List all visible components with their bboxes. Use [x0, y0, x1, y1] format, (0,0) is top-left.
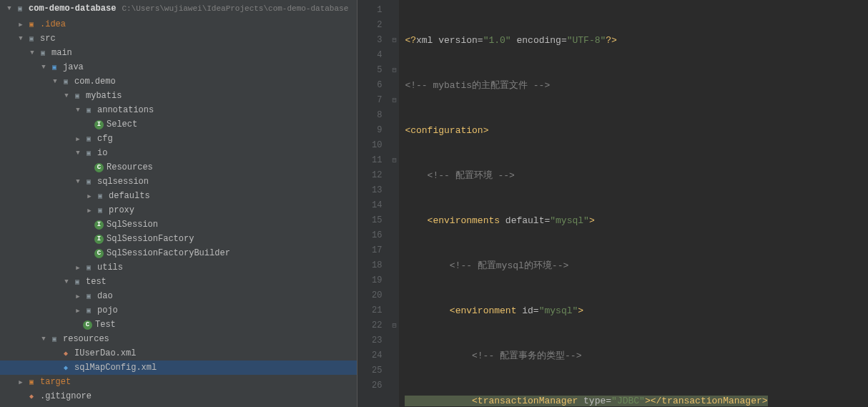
tree-item-defaults[interactable]: ▣defaults: [0, 189, 357, 203]
fold-marker: [389, 303, 399, 318]
tree-item-sqlsessionfactory[interactable]: ISqlSessionFactory: [0, 232, 357, 246]
code-area[interactable]: <?xml version="1.0" encoding="UTF-8"?> <…: [399, 0, 851, 407]
line-number: 5: [372, 63, 382, 78]
line-number: 9: [372, 123, 382, 138]
chevron-icon[interactable]: [16, 21, 26, 29]
line-number: 17: [372, 243, 382, 258]
chevron-down-icon[interactable]: [4, 5, 14, 12]
tree-item-io[interactable]: ▣io: [0, 146, 357, 160]
tree-item-label: defaults: [109, 191, 150, 201]
chevron-icon[interactable]: [50, 78, 60, 85]
tree-item-label: annotations: [97, 105, 154, 115]
fold-marker: [389, 258, 399, 273]
line-number: 4: [372, 48, 382, 63]
fold-marker[interactable]: ⊟: [389, 153, 399, 168]
tree-item-label: Select: [107, 119, 137, 129]
tree-item-label: pojo: [97, 305, 118, 315]
chevron-icon[interactable]: [73, 264, 83, 272]
chevron-icon[interactable]: [84, 207, 94, 215]
chevron-icon[interactable]: [27, 49, 37, 57]
project-path: C:\Users\wujiawei\IdeaProjects\com-demo-…: [122, 4, 348, 13]
tree-item--gitignore[interactable]: ◆.gitignore: [0, 389, 357, 403]
tree-item-sqlsession[interactable]: ▣sqlsession: [0, 175, 357, 189]
tree-item-label: SqlSessionFactory: [107, 234, 194, 244]
line-number: 8: [372, 108, 382, 123]
tree-item-label: SqlSession: [107, 220, 158, 230]
tree-item-label: proxy: [109, 205, 134, 215]
tree-item-annotations[interactable]: ▣annotations: [0, 103, 357, 117]
tree-item-utils[interactable]: ▣utils: [0, 260, 357, 275]
code-editor[interactable]: 1234567891011121314151617181920212223242…: [357, 0, 868, 407]
tree-item-dao[interactable]: ▣dao: [0, 289, 357, 303]
tree-item-resources[interactable]: CResources: [0, 160, 357, 175]
line-number: 16: [372, 228, 382, 243]
line-number: 20: [372, 288, 382, 303]
chevron-icon[interactable]: [39, 335, 49, 343]
line-number: 25: [372, 363, 382, 378]
tree-item-label: .gitignore: [40, 391, 92, 401]
tree-item-cfg[interactable]: ▣cfg: [0, 132, 357, 146]
fold-marker: [389, 213, 399, 228]
tree-item-test[interactable]: ▣test: [0, 275, 357, 289]
tree-item-main[interactable]: ▣main: [0, 46, 357, 60]
chevron-icon[interactable]: [73, 293, 83, 300]
tree-item-label: Resources: [107, 162, 153, 172]
fold-marker: [389, 273, 399, 288]
tree-item-mybatis[interactable]: ▣mybatis: [0, 89, 357, 103]
chevron-icon[interactable]: [73, 107, 83, 114]
tree-item-resources[interactable]: ▣resources: [0, 332, 357, 346]
tree-item-com-demo[interactable]: ▣com.demo: [0, 74, 357, 89]
line-gutter: 1234567891011121314151617181920212223242…: [357, 0, 389, 407]
tree-item-target[interactable]: ▣target: [0, 375, 357, 389]
fold-marker: [389, 228, 399, 243]
tree-item-sqlmapconfig-xml[interactable]: ◆sqlMapConfig.xml: [0, 361, 357, 375]
tree-item-label: SqlSessionFactoryBuilder: [107, 248, 230, 258]
project-tree-panel[interactable]: ▣ com-demo-database C:\Users\wujiawei\Id…: [0, 0, 357, 407]
tree-item-pojo[interactable]: ▣pojo: [0, 303, 357, 318]
line-number: 18: [372, 258, 382, 273]
tree-item-label: io: [97, 148, 107, 158]
line-number: 14: [372, 198, 382, 213]
tree-item-java[interactable]: ▣java: [0, 60, 357, 74]
fold-marker: [389, 198, 399, 213]
tree-item-label: .idea: [40, 19, 66, 29]
tree-item-proxy[interactable]: ▣proxy: [0, 203, 357, 217]
chevron-icon[interactable]: [73, 149, 83, 157]
tree-item-test[interactable]: CTest: [0, 318, 357, 332]
chevron-icon[interactable]: [61, 278, 71, 285]
line-number: 3: [372, 33, 382, 48]
tree-item-label: Test: [95, 320, 116, 330]
fold-marker: [389, 348, 399, 363]
tree-item-src[interactable]: ▣src: [0, 31, 357, 46]
fold-marker: [389, 138, 399, 153]
chevron-icon[interactable]: [16, 378, 26, 386]
fold-marker: [389, 378, 399, 393]
tree-item-label: sqlsession: [97, 177, 149, 187]
chevron-icon[interactable]: [39, 64, 49, 71]
line-number: 26: [372, 378, 382, 393]
fold-marker[interactable]: ⊟: [389, 318, 399, 333]
fold-marker[interactable]: ⊟: [389, 63, 399, 78]
project-root-header[interactable]: ▣ com-demo-database C:\Users\wujiawei\Id…: [0, 0, 357, 17]
chevron-icon[interactable]: [61, 92, 71, 99]
fold-marker[interactable]: ⊟: [389, 93, 399, 108]
folder-icon: ▣: [14, 3, 26, 14]
line-number: 23: [372, 333, 382, 348]
chevron-icon[interactable]: [73, 178, 83, 185]
line-number: 15: [372, 213, 382, 228]
chevron-icon[interactable]: [73, 135, 83, 143]
line-number: 7: [372, 93, 382, 108]
fold-marker: [389, 108, 399, 123]
tree-item-select[interactable]: ISelect: [0, 117, 357, 132]
chevron-icon[interactable]: [16, 35, 26, 42]
tree-item-sqlsessionfactorybuilder[interactable]: CSqlSessionFactoryBuilder: [0, 246, 357, 260]
tree-item-iuserdao-xml[interactable]: ◆IUserDao.xml: [0, 346, 357, 361]
tree-item-sqlsession[interactable]: ISqlSession: [0, 217, 357, 232]
line-number: 12: [372, 168, 382, 183]
line-number: 19: [372, 273, 382, 288]
tree-item--idea[interactable]: ▣.idea: [0, 17, 357, 31]
fold-column[interactable]: ⊟⊟⊟⊟⊟: [389, 0, 399, 407]
chevron-icon[interactable]: [84, 192, 94, 200]
chevron-icon[interactable]: [73, 307, 83, 315]
fold-marker[interactable]: ⊟: [389, 33, 399, 48]
